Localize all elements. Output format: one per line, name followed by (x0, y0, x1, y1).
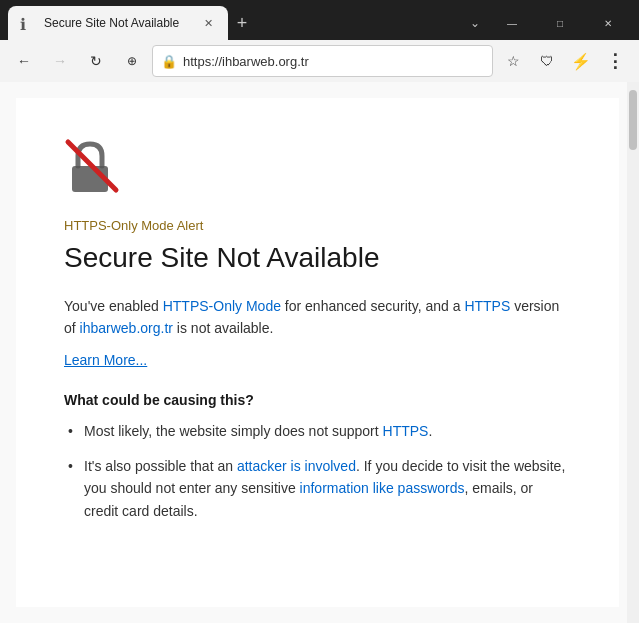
more-options-button[interactable]: ⋮ (599, 45, 631, 77)
url-text: https://ihbarweb.org.tr (183, 54, 484, 69)
error-page: HTTPS-Only Mode Alert Secure Site Not Av… (16, 98, 619, 607)
minimize-button[interactable]: — (489, 9, 535, 37)
scrollbar-thumb[interactable] (629, 90, 637, 150)
nav-right-buttons: ☆ 🛡 ⚡ ⋮ (497, 45, 631, 77)
broken-lock-icon (64, 138, 124, 198)
back-button[interactable]: ← (8, 45, 40, 77)
maximize-button[interactable]: □ (537, 9, 583, 37)
window-controls: — □ ✕ (489, 9, 631, 37)
new-tab-button[interactable]: + (228, 9, 256, 37)
tab-dropdown-button[interactable]: ⌄ (461, 9, 489, 37)
lock-icon: 🔒 (161, 54, 177, 69)
tab-title: Secure Site Not Available (44, 16, 192, 30)
alert-mode-label: HTTPS-Only Mode Alert (64, 218, 571, 233)
desc-text-4: is not available. (173, 320, 273, 336)
causes-heading: What could be causing this? (64, 392, 571, 408)
cause-1-text: Most likely, the website simply does not… (84, 423, 383, 439)
page-title: Secure Site Not Available (64, 241, 571, 275)
address-bar[interactable]: 🔒 https://ihbarweb.org.tr (152, 45, 493, 77)
browser-window: ℹ Secure Site Not Available ✕ + ⌄ — □ ✕ … (0, 0, 639, 623)
shield-button[interactable]: 🛡 (531, 45, 563, 77)
lock-icon-container (64, 138, 124, 198)
learn-more-link[interactable]: Learn More... (64, 352, 147, 368)
cause-item-2: It's also possible that an attacker is i… (64, 455, 571, 522)
causes-list: Most likely, the website simply does not… (64, 420, 571, 522)
cause-item-1: Most likely, the website simply does not… (64, 420, 571, 442)
site-link[interactable]: ihbarweb.org.tr (80, 320, 173, 336)
info-link[interactable]: information like passwords (300, 480, 465, 496)
active-tab[interactable]: ℹ Secure Site Not Available ✕ (8, 6, 228, 40)
https-link-2[interactable]: HTTPS (383, 423, 429, 439)
favorites-button[interactable]: ☆ (497, 45, 529, 77)
scrollbar[interactable] (627, 82, 639, 623)
forward-button[interactable]: → (44, 45, 76, 77)
extensions-button[interactable]: ⊕ (116, 45, 148, 77)
desc-text-2: for enhanced security, and a (281, 298, 464, 314)
attacker-link[interactable]: attacker is involved (237, 458, 356, 474)
description-paragraph: You've enabled HTTPS-Only Mode for enhan… (64, 295, 571, 340)
tab-bar: ℹ Secure Site Not Available ✕ + ⌄ — □ ✕ (0, 0, 639, 40)
cause-1-end: . (428, 423, 432, 439)
close-button[interactable]: ✕ (585, 9, 631, 37)
tab-close-button[interactable]: ✕ (200, 15, 216, 31)
tab-favicon: ℹ (20, 15, 36, 31)
tab-bar-right: ⌄ (461, 9, 489, 37)
refresh-button[interactable]: ↻ (80, 45, 112, 77)
https-link[interactable]: HTTPS (464, 298, 510, 314)
https-only-mode-link[interactable]: HTTPS-Only Mode (163, 298, 281, 314)
page-content: HTTPS-Only Mode Alert Secure Site Not Av… (0, 82, 639, 623)
desc-text-1: You've enabled (64, 298, 163, 314)
cause-2-text-1: It's also possible that an (84, 458, 237, 474)
navigation-bar: ← → ↻ ⊕ 🔒 https://ihbarweb.org.tr ☆ 🛡 ⚡ … (0, 40, 639, 82)
browser-extensions-button[interactable]: ⚡ (565, 45, 597, 77)
